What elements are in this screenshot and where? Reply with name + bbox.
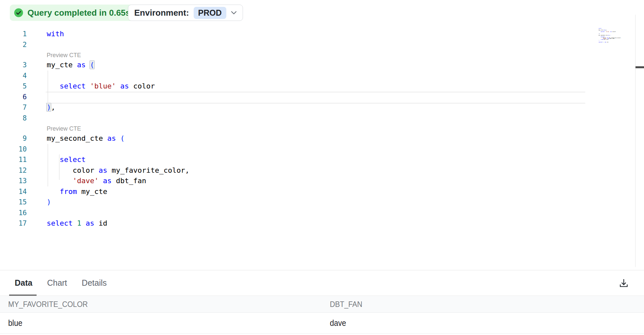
minimap-line: select 1 as id xyxy=(599,42,625,43)
sql-editor[interactable]: 1with2Preview CTE3my_cte as (45 select '… xyxy=(0,29,635,229)
environment-value-badge: PROD xyxy=(194,7,226,19)
code-line-7[interactable]: 7), xyxy=(0,102,635,113)
download-results-button[interactable] xyxy=(617,276,631,290)
minimap[interactable]: withmy_cte as ( select 'blue' as color),… xyxy=(599,28,625,42)
code-token: ( xyxy=(90,61,94,69)
column-header-my-favorite-color: MY_FAVORITE_COLOR xyxy=(0,300,322,309)
code-token: select xyxy=(47,219,72,227)
preview-cte-link[interactable]: Preview CTE xyxy=(47,50,81,60)
code-token: my_second_cte xyxy=(47,134,107,142)
code-token: with xyxy=(599,28,601,29)
tab-data[interactable]: Data xyxy=(15,278,32,288)
code-token xyxy=(116,82,120,90)
code-token: id xyxy=(606,42,608,43)
line-number: 1 xyxy=(0,29,27,40)
code-token: from xyxy=(601,39,603,40)
code-token: dbt_fan xyxy=(112,177,146,185)
code-token: as xyxy=(99,166,107,174)
code-line-10[interactable]: 10 xyxy=(0,144,635,155)
code-token: as xyxy=(107,134,116,142)
code-line-4[interactable]: 4 xyxy=(0,71,635,81)
line-number: 4 xyxy=(0,71,27,81)
code-token: id xyxy=(94,219,107,227)
code-line-9[interactable]: 9my_second_cte as ( xyxy=(0,133,635,144)
tab-chart[interactable]: Chart xyxy=(47,278,67,288)
code-token: ) xyxy=(599,40,599,41)
code-line-17[interactable]: 17select 1 as id xyxy=(0,218,635,229)
code-token: 1 xyxy=(77,219,81,227)
code-line-2[interactable]: 2 xyxy=(0,40,635,50)
code-line-3[interactable]: 3my_cte as ( xyxy=(0,60,635,71)
code-line-16[interactable]: 16 xyxy=(0,208,635,218)
code-token: my_cte xyxy=(599,30,604,31)
code-token: 'blue' xyxy=(90,82,116,90)
scrollbar-thumb[interactable] xyxy=(636,66,644,68)
code-line-11[interactable]: 11 select xyxy=(0,154,635,165)
code-token xyxy=(86,61,90,69)
line-number: 8 xyxy=(0,113,27,124)
environment-label: Environment: xyxy=(134,8,189,18)
line-number: 9 xyxy=(0,133,27,144)
code-token: color xyxy=(47,166,99,174)
code-line-1[interactable]: 1with xyxy=(0,29,635,40)
results-table-header: MY_FAVORITE_COLOR DBT_FAN xyxy=(0,296,644,313)
code-token: my_cte xyxy=(77,187,107,196)
code-token: my_second_cte xyxy=(599,35,608,36)
code-token: select xyxy=(60,155,86,164)
code-line-8[interactable]: 8 xyxy=(0,113,635,124)
code-token xyxy=(116,134,120,142)
cell-dbt-fan: dave xyxy=(322,318,644,328)
code-token xyxy=(47,177,72,185)
code-token xyxy=(81,219,86,227)
code-token: 'blue' xyxy=(605,31,610,32)
query-status-badge: Query completed in 0.65s xyxy=(10,5,137,21)
code-token: as xyxy=(103,177,112,185)
tab-details[interactable]: Details xyxy=(82,278,106,288)
table-row: blue dave xyxy=(0,313,644,334)
code-token xyxy=(86,82,90,90)
line-number: 11 xyxy=(0,154,27,165)
line-number: 10 xyxy=(0,144,27,155)
chevron-down-icon xyxy=(231,11,237,15)
code-rows: 1with2Preview CTE3my_cte as (45 select '… xyxy=(0,29,635,229)
line-number: 15 xyxy=(0,197,27,208)
code-token xyxy=(47,155,60,164)
line-number: 7 xyxy=(0,102,27,113)
cell-my-favorite-color: blue xyxy=(0,318,322,328)
code-lens-row: Preview CTE xyxy=(0,123,635,133)
code-token: as xyxy=(86,219,94,227)
line-number: 17 xyxy=(0,218,27,229)
code-token: ) xyxy=(47,198,51,206)
code-token xyxy=(99,177,103,185)
code-line-6[interactable]: 6 xyxy=(0,92,635,103)
code-line-12[interactable]: 12 color as my_favorite_color, xyxy=(0,165,635,176)
code-token: from xyxy=(60,187,77,196)
code-token: select xyxy=(599,42,603,43)
code-token: 'dave' xyxy=(72,177,98,185)
code-token xyxy=(72,219,77,227)
code-token: ( xyxy=(120,134,124,142)
code-token: , xyxy=(51,103,55,111)
line-number: 6 xyxy=(0,92,27,103)
results-table: MY_FAVORITE_COLOR DBT_FAN blue dave xyxy=(0,296,644,334)
line-number: 3 xyxy=(0,60,27,71)
code-line-13[interactable]: 13 'dave' as dbt_fan xyxy=(0,176,635,186)
line-number: 5 xyxy=(0,81,27,92)
code-token: ) xyxy=(47,103,51,111)
code-line-14[interactable]: 14 from my_cte xyxy=(0,186,635,197)
code-token: color xyxy=(129,82,155,90)
download-icon xyxy=(618,278,629,289)
code-line-5[interactable]: 5 select 'blue' as color xyxy=(0,81,635,92)
code-token: ( xyxy=(605,30,606,31)
gutter xyxy=(0,50,27,60)
success-check-icon xyxy=(14,8,24,18)
indent-guide xyxy=(48,144,48,186)
editor-right-border xyxy=(635,15,636,267)
code-token: ( xyxy=(610,35,611,36)
line-number: 14 xyxy=(0,186,27,197)
environment-select[interactable]: Environment: PROD xyxy=(128,5,243,21)
query-status-text: Query completed in 0.65s xyxy=(27,8,130,18)
code-token: my_cte xyxy=(47,61,77,69)
preview-cte-link[interactable]: Preview CTE xyxy=(47,124,81,134)
code-line-15[interactable]: 15) xyxy=(0,197,635,208)
